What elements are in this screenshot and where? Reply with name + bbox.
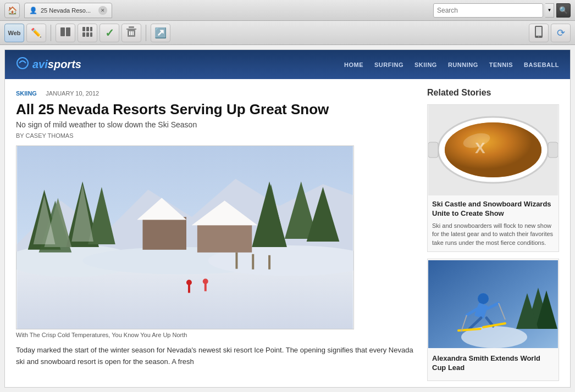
related-card-1-title[interactable]: Ski Castle and Snowboard Wizards Unite t… (432, 200, 554, 219)
related-card-2-image (428, 259, 559, 350)
related-card-2-body: Alexandra Smith Extends World Cup Lead (428, 350, 559, 380)
article-body: Today marked the start of the winter sea… (16, 345, 416, 368)
share-icon: ↗️ (154, 27, 167, 39)
svg-rect-15 (536, 27, 541, 36)
share-button[interactable]: ↗️ (151, 24, 170, 42)
svg-rect-11 (129, 31, 130, 35)
toolbar-right: ⟳ (529, 24, 571, 42)
sidebar: Related Stories (427, 88, 559, 388)
tab-icon: 👤 (29, 7, 37, 14)
svg-rect-44 (235, 253, 237, 269)
search-area: ▼ 🔍 (433, 3, 571, 18)
svg-point-49 (203, 279, 208, 284)
svg-rect-55 (428, 142, 438, 158)
svg-rect-12 (131, 31, 132, 35)
highlight-icon: ✏️ (31, 27, 42, 38)
related-card-2[interactable]: Alexandra Smith Extends World Cup Lead (427, 259, 559, 381)
toolbar-separator-2 (146, 25, 146, 41)
svg-rect-7 (90, 32, 92, 37)
svg-rect-9 (129, 26, 134, 28)
related-card-1-desc: Ski and snowboarders will flock to new s… (432, 222, 554, 247)
mobile-view-button[interactable] (529, 24, 549, 42)
article-category[interactable]: SKIING (16, 90, 37, 97)
svg-point-47 (186, 280, 192, 285)
columns-button[interactable] (56, 24, 75, 42)
trash-icon (126, 26, 136, 40)
web-label: Web (8, 30, 20, 36)
search-go-button[interactable]: 🔍 (556, 3, 571, 18)
article-date: JANUARY 10, 2012 (46, 90, 99, 97)
article-body-text: Today marked the start of the winter sea… (16, 345, 416, 368)
article-image (16, 145, 354, 329)
svg-rect-48 (188, 285, 190, 293)
article-byline: BY CASEY THOMAS (16, 132, 416, 139)
grid-icon (82, 26, 93, 40)
home-button[interactable]: 🏠 (4, 3, 20, 18)
check-button[interactable]: ✓ (99, 24, 119, 42)
toolbar: Web ✏️ ✓ ↗️ (0, 21, 575, 45)
related-stories-title: Related Stories (427, 88, 559, 98)
svg-rect-36 (197, 222, 252, 253)
article-title: All 25 Nevada Resorts Serving Up Great S… (16, 101, 416, 118)
svg-rect-8 (126, 29, 136, 30)
svg-point-54 (445, 122, 541, 177)
check-icon: ✓ (105, 26, 114, 40)
site-nav: HOME SURFING SKIING RUNNING TENNIS BASEB… (344, 61, 559, 68)
svg-rect-6 (86, 32, 89, 37)
trash-button[interactable] (121, 24, 141, 42)
image-caption: With The Crisp Cold Temperatures, You Kn… (16, 332, 416, 338)
site-logo: avisports (16, 57, 81, 72)
svg-rect-5 (82, 32, 85, 37)
nav-baseball[interactable]: BASEBALL (524, 61, 559, 68)
main-content: SKIING JANUARY 10, 2012 All 25 Nevada Re… (5, 79, 570, 388)
highlight-button[interactable]: ✏️ (26, 24, 46, 42)
svg-rect-2 (82, 27, 85, 31)
svg-point-16 (538, 36, 539, 37)
search-dropdown-button[interactable]: ▼ (545, 3, 554, 18)
mobile-icon (534, 26, 543, 40)
svg-point-17 (17, 58, 28, 69)
svg-rect-0 (60, 27, 65, 36)
article-image-container: With The Crisp Cold Temperatures, You Kn… (16, 145, 416, 338)
svg-rect-56 (548, 142, 558, 158)
svg-rect-13 (132, 31, 134, 35)
browser-tab[interactable]: 👤 25 Nevada Reso... ✕ (24, 3, 112, 18)
nav-surfing[interactable]: SURFING (374, 61, 403, 68)
browser-frame: 🏠 👤 25 Nevada Reso... ✕ ▼ 🔍 Web ✏️ (0, 0, 575, 392)
article-subtitle: No sign of mild weather to slow down the… (16, 120, 416, 129)
related-card-1[interactable]: X Ski Castle and Snowboard Wizards Unite… (427, 104, 559, 252)
nav-tennis[interactable]: TENNIS (489, 61, 513, 68)
svg-rect-45 (252, 254, 254, 270)
columns-icon (60, 26, 71, 40)
site-header: avisports HOME SURFING SKIING RUNNING TE… (5, 50, 570, 79)
related-card-1-image: X (428, 105, 559, 195)
svg-rect-3 (86, 27, 89, 31)
search-input[interactable] (433, 3, 543, 18)
related-card-2-title[interactable]: Alexandra Smith Extends World Cup Lead (432, 354, 554, 373)
svg-point-65 (478, 293, 489, 304)
logo-icon (16, 57, 29, 72)
page-content: avisports HOME SURFING SKIING RUNNING TE… (0, 45, 575, 392)
svg-rect-46 (268, 255, 270, 270)
web-button[interactable]: Web (4, 24, 24, 42)
nav-home[interactable]: HOME (344, 61, 363, 68)
nav-skiing[interactable]: SKIING (414, 61, 437, 68)
tab-close-button[interactable]: ✕ (98, 6, 107, 15)
skier-image (428, 260, 558, 348)
toolbar-separator-1 (51, 25, 51, 41)
goggles-image: X (428, 105, 558, 195)
refresh-icon: ⟳ (557, 27, 565, 39)
title-bar: 🏠 👤 25 Nevada Reso... ✕ ▼ 🔍 (0, 0, 575, 21)
article-section: SKIING JANUARY 10, 2012 All 25 Nevada Re… (16, 88, 416, 388)
tab-title: 25 Nevada Reso... (41, 7, 91, 14)
grid-button[interactable] (78, 24, 97, 42)
article-meta: SKIING JANUARY 10, 2012 (16, 88, 416, 98)
browser-page: avisports HOME SURFING SKIING RUNNING TE… (4, 49, 571, 388)
nav-running[interactable]: RUNNING (448, 61, 478, 68)
svg-rect-1 (66, 27, 70, 36)
svg-rect-50 (204, 284, 207, 292)
refresh-button[interactable]: ⟳ (551, 24, 571, 42)
logo-text: avisports (32, 58, 81, 71)
related-card-1-body: Ski Castle and Snowboard Wizards Unite t… (428, 195, 559, 251)
svg-rect-34 (142, 217, 186, 250)
